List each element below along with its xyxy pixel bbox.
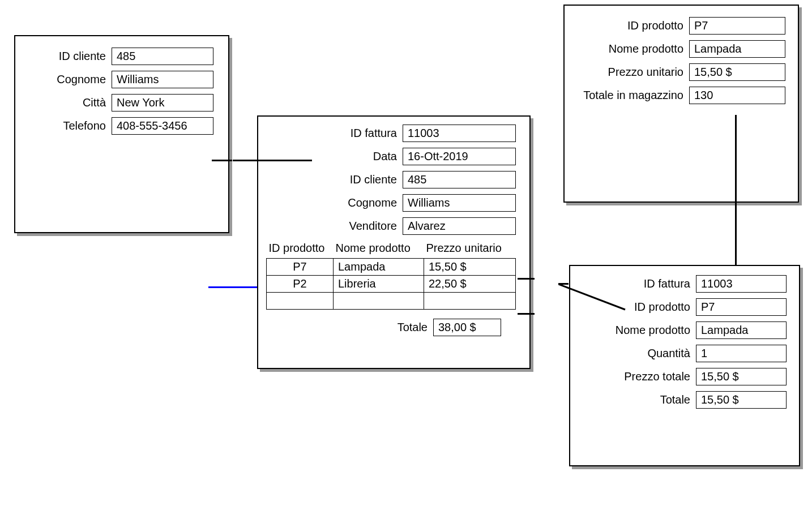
invoice-total-field[interactable]: 38,00 $ bbox=[433, 319, 501, 336]
client-id-field[interactable]: 485 bbox=[112, 48, 213, 65]
cell-unit-price[interactable] bbox=[424, 293, 516, 310]
invoice-id-field[interactable]: 11003 bbox=[403, 125, 516, 142]
table-row bbox=[267, 293, 516, 310]
product-name-label: Nome prodotto bbox=[565, 42, 689, 55]
invoice-surname-field[interactable]: Williams bbox=[403, 194, 516, 212]
cell-product-id[interactable]: P2 bbox=[267, 276, 334, 293]
connector-table-left bbox=[208, 286, 257, 288]
invoice-client-id-label: ID cliente bbox=[258, 173, 403, 186]
lineitem-total-field[interactable]: 15,50 $ bbox=[696, 391, 787, 409]
client-phone-field[interactable]: 408-555-3456 bbox=[112, 117, 213, 135]
client-phone-label: Telefono bbox=[15, 119, 112, 132]
invoice-surname-label: Cognome bbox=[258, 196, 403, 209]
client-panel: ID cliente 485 Cognome Williams Città Ne… bbox=[14, 35, 229, 233]
lineitem-quantity-field[interactable]: 1 bbox=[696, 345, 787, 362]
th-product-id: ID prodotto bbox=[267, 241, 334, 259]
product-name-field[interactable]: Lampada bbox=[689, 40, 785, 58]
product-price-field[interactable]: 15,50 $ bbox=[689, 63, 785, 81]
connector-table-row3-right bbox=[518, 313, 535, 315]
lineitem-total-label: Totale bbox=[570, 393, 696, 406]
th-product-name: Nome prodotto bbox=[334, 241, 424, 259]
cell-product-name[interactable] bbox=[334, 293, 424, 310]
product-panel: ID prodotto P7 Nome prodotto Lampada Pre… bbox=[563, 5, 799, 203]
client-city-label: Città bbox=[15, 96, 112, 109]
client-surname-label: Cognome bbox=[15, 73, 112, 86]
product-stock-label: Totale in magazzino bbox=[565, 89, 689, 102]
connector-invoice-lineitem-diag bbox=[558, 283, 629, 311]
connector-client-invoice bbox=[233, 160, 312, 161]
cell-product-id[interactable]: P7 bbox=[267, 259, 334, 276]
invoice-date-field[interactable]: 16-Ott-2019 bbox=[403, 148, 516, 165]
invoice-id-label: ID fattura bbox=[258, 127, 403, 140]
lineitem-quantity-label: Quantità bbox=[570, 347, 696, 360]
lineitem-product-id-field[interactable]: P7 bbox=[696, 298, 787, 316]
product-price-label: Prezzo unitario bbox=[565, 66, 689, 79]
invoice-products-table: ID prodotto Nome prodotto Prezzo unitari… bbox=[266, 241, 516, 310]
connector-client-invoice bbox=[212, 160, 232, 161]
invoice-total-label: Totale bbox=[398, 321, 433, 334]
th-unit-price: Prezzo unitario bbox=[424, 241, 516, 259]
connector-product-lineitem-v2 bbox=[735, 203, 737, 265]
table-row: P7 Lampada 15,50 $ bbox=[267, 259, 516, 276]
table-header-row: ID prodotto Nome prodotto Prezzo unitari… bbox=[267, 241, 516, 259]
lineitem-product-name-field[interactable]: Lampada bbox=[696, 321, 787, 339]
lineitem-product-name-label: Nome prodotto bbox=[570, 324, 696, 337]
lineitem-total-price-label: Prezzo totale bbox=[570, 370, 696, 383]
client-surname-field[interactable]: Williams bbox=[112, 71, 213, 88]
svg-line-0 bbox=[558, 284, 625, 310]
invoice-seller-field[interactable]: Alvarez bbox=[403, 217, 516, 235]
invoice-panel: ID fattura 11003 Data 16-Ott-2019 ID cli… bbox=[257, 115, 531, 369]
connector-product-lineitem-v1 bbox=[735, 115, 737, 203]
product-stock-field[interactable]: 130 bbox=[689, 87, 785, 104]
lineitem-invoice-id-field[interactable]: 11003 bbox=[696, 275, 787, 293]
invoice-client-id-field[interactable]: 485 bbox=[403, 171, 516, 188]
product-id-field[interactable]: P7 bbox=[689, 17, 785, 35]
cell-product-name[interactable]: Lampada bbox=[334, 259, 424, 276]
client-city-field[interactable]: New York bbox=[112, 94, 213, 112]
cell-product-name[interactable]: Libreria bbox=[334, 276, 424, 293]
cell-unit-price[interactable]: 15,50 $ bbox=[424, 259, 516, 276]
table-row: P2 Libreria 22,50 $ bbox=[267, 276, 516, 293]
cell-unit-price[interactable]: 22,50 $ bbox=[424, 276, 516, 293]
connector-table-row1-right bbox=[518, 278, 535, 280]
lineitem-total-price-field[interactable]: 15,50 $ bbox=[696, 368, 787, 385]
cell-product-id[interactable] bbox=[267, 293, 334, 310]
product-id-label: ID prodotto bbox=[565, 19, 689, 32]
client-id-label: ID cliente bbox=[15, 50, 112, 63]
invoice-seller-label: Venditore bbox=[258, 220, 403, 233]
